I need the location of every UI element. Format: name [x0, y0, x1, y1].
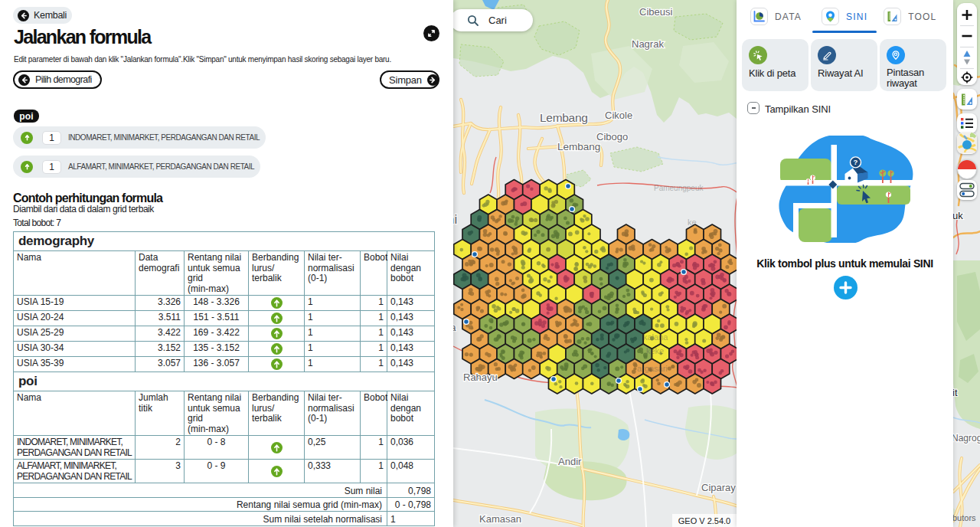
svg-text:Cibogo: Cibogo [596, 131, 628, 142]
svg-text:Cikole: Cikole [605, 110, 632, 121]
svg-text:Ciparay: Ciparay [701, 482, 736, 493]
svg-text:butors: butors [952, 513, 976, 522]
svg-text:it: it [952, 387, 958, 398]
svg-text:Nagrog: Nagrog [952, 433, 980, 444]
svg-text:Cibeusi: Cibeusi [639, 6, 672, 18]
svg-text:Rahayu: Rahayu [463, 372, 498, 383]
svg-text:Kamasan: Kamasan [479, 513, 521, 525]
svg-text:Lembang: Lembang [540, 111, 588, 124]
svg-text:Pameungpeuk: Pameungpeuk [654, 184, 704, 192]
svg-text:kalana: kalana [643, 332, 668, 342]
svg-text:Nagrak: Nagrak [632, 38, 664, 50]
svg-text:?: ? [854, 158, 858, 166]
svg-text:keke: keke [646, 346, 664, 355]
svg-text:uk: uk [952, 210, 963, 221]
svg-text:na: na [453, 322, 456, 333]
svg-text:Lembang: Lembang [557, 141, 600, 152]
svg-text:hi: hi [453, 212, 457, 227]
svg-text:Andir: Andir [558, 456, 582, 467]
svg-text:ke: ke [688, 218, 697, 227]
svg-text:argasari: argasari [637, 364, 668, 373]
